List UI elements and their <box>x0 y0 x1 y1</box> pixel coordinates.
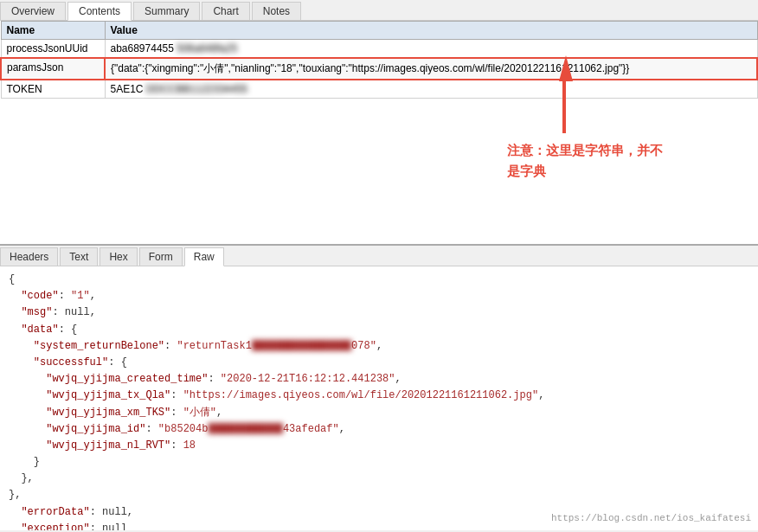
json-line: "data": { <box>9 322 749 338</box>
col-header-value: Value <box>105 22 757 40</box>
json-line: }, <box>9 487 749 503</box>
watermark: https://blog.csdn.net/ios_kaifatesi <box>551 511 751 527</box>
json-line: "msg": null, <box>9 304 749 321</box>
tab-notes[interactable]: Notes <box>252 2 301 20</box>
annotation-text: 注意：这里是字符串，并不是字典 <box>507 140 732 182</box>
params-table: Name Value processJsonUUid aba68974455 5… <box>0 21 758 99</box>
tab-raw[interactable]: Raw <box>184 247 224 266</box>
json-line: "code": "1", <box>9 288 749 304</box>
tab-summary[interactable]: Summary <box>133 2 200 20</box>
tab-form[interactable]: Form <box>139 247 183 266</box>
row-name: processJsonUUid <box>1 40 105 59</box>
row-name: TOKEN <box>1 80 105 99</box>
tab-hex[interactable]: Hex <box>100 247 137 266</box>
tab-headers[interactable]: Headers <box>0 247 58 266</box>
lower-panel[interactable]: { "code": "1", "msg": null, "data": { "s… <box>0 266 758 530</box>
json-line: "wvjq_yjijma_xm_TKS": "小倩", <box>9 405 749 421</box>
row-value-params: {"data":{"xingming":"小倩","nianling":"18"… <box>105 58 757 80</box>
blurred-token: DDCCBB1122334455 <box>146 83 247 95</box>
json-line: "wvjq_yjijma_nl_RVT": 18 <box>9 438 749 454</box>
table-row: processJsonUUid aba68974455 506a648fa25 <box>1 40 757 59</box>
blurred-value: 506a648fa25 <box>177 42 237 54</box>
bottom-tab-bar: Headers Text Hex Form Raw <box>0 246 758 266</box>
blurred-id: ████████████ <box>208 421 282 438</box>
row-value: aba68974455 506a648fa25 <box>105 40 757 59</box>
json-line: "wvjq_yjijma_created_time": "2020-12-21T… <box>9 371 749 388</box>
tab-text[interactable]: Text <box>60 247 98 266</box>
json-line: "successful": { <box>9 355 749 371</box>
table-row-highlighted: paramsJson {"data":{"xingming":"小倩","nia… <box>1 58 757 80</box>
upper-panel: Name Value processJsonUUid aba68974455 5… <box>0 21 758 246</box>
table-row: TOKEN 5AE1C DDCCBB1122334455 <box>1 80 757 99</box>
blurred-json: ████████████████ <box>252 338 351 355</box>
json-line: { <box>9 272 749 288</box>
row-value: 5AE1C DDCCBB1122334455 <box>105 80 757 99</box>
tab-overview[interactable]: Overview <box>0 2 66 20</box>
tab-chart[interactable]: Chart <box>202 2 249 20</box>
col-header-name: Name <box>1 22 105 40</box>
json-line: "system_returnBelone": "returnTask1█████… <box>9 338 749 355</box>
json-line: "wvjq_yjijma_id": "b85204b████████████43… <box>9 421 749 438</box>
top-tab-bar: Overview Contents Summary Chart Notes <box>0 0 758 21</box>
json-line: "wvjq_yjijma_tx_Qla": "https://images.qi… <box>9 388 749 404</box>
row-name: paramsJson <box>1 58 105 80</box>
tab-contents[interactable]: Contents <box>67 2 132 21</box>
json-line: } <box>9 454 749 471</box>
json-line: }, <box>9 471 749 487</box>
